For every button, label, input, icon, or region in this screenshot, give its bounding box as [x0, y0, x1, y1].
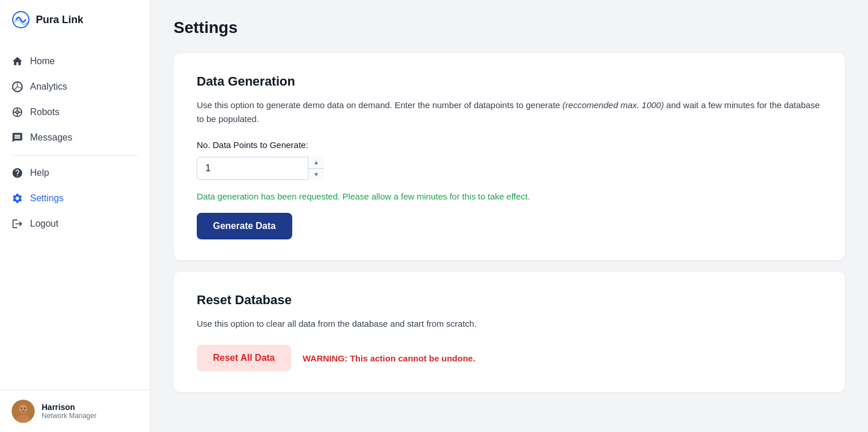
sidebar-item-settings-label: Settings: [30, 193, 64, 204]
sidebar-item-analytics-label: Analytics: [30, 82, 67, 92]
sidebar-item-logout[interactable]: Logout: [0, 211, 150, 237]
logout-icon: [12, 218, 23, 230]
sidebar-item-settings[interactable]: Settings: [0, 186, 150, 211]
sidebar-item-analytics[interactable]: Analytics: [0, 74, 150, 99]
logo-text: Pura Link: [36, 14, 83, 26]
svg-point-16: [24, 408, 25, 409]
page-title: Settings: [174, 19, 845, 37]
user-profile: Harrison Network Manager: [0, 390, 150, 432]
avatar-image: [12, 400, 35, 423]
robots-icon: [12, 106, 23, 118]
svg-point-15: [21, 408, 22, 409]
sidebar-item-help-label: Help: [30, 168, 49, 178]
data-points-input[interactable]: [197, 157, 324, 180]
sidebar-item-messages-label: Messages: [30, 132, 72, 143]
svg-point-5: [17, 112, 18, 113]
reset-database-card: Reset Database Use this option to clear …: [174, 272, 845, 392]
user-info: Harrison Network Manager: [42, 403, 97, 420]
reset-actions: Reset All Data WARNING: This action cann…: [197, 345, 822, 371]
settings-icon: [12, 193, 23, 204]
help-icon: [12, 167, 23, 179]
data-generation-card: Data Generation Use this option to gener…: [174, 53, 845, 260]
main-content: Settings Data Generation Use this option…: [150, 0, 868, 432]
sidebar-item-home[interactable]: Home: [0, 49, 150, 74]
success-message: Data generation has been requested. Plea…: [197, 191, 822, 201]
spinner-down-button[interactable]: ▼: [308, 169, 324, 180]
home-icon: [12, 56, 23, 67]
data-generation-description: Use this option to generate demo data on…: [197, 98, 822, 126]
sidebar-item-robots[interactable]: Robots: [0, 99, 150, 125]
generate-data-button[interactable]: Generate Data: [197, 213, 292, 239]
logo-icon: [12, 10, 30, 29]
analytics-icon: [12, 81, 23, 93]
sidebar-nav: Home Analytics: [0, 39, 150, 390]
messages-icon: [12, 132, 23, 143]
avatar: [12, 400, 35, 423]
sidebar-item-home-label: Home: [30, 56, 55, 67]
sidebar-item-robots-label: Robots: [30, 107, 60, 117]
reset-all-data-button[interactable]: Reset All Data: [197, 345, 291, 371]
logo: Pura Link: [0, 0, 150, 39]
data-points-input-wrapper: ▲ ▼: [197, 157, 324, 180]
sidebar-item-messages[interactable]: Messages: [0, 125, 150, 150]
reset-database-title: Reset Database: [197, 293, 822, 308]
data-points-label: No. Data Points to Generate:: [197, 140, 822, 150]
sidebar: Pura Link Home Analytics: [0, 0, 150, 432]
nav-divider: [12, 155, 138, 156]
reset-database-description: Use this option to clear all data from t…: [197, 317, 822, 331]
data-generation-title: Data Generation: [197, 74, 822, 89]
spinner-up-button[interactable]: ▲: [308, 157, 324, 169]
spinner-buttons: ▲ ▼: [308, 157, 324, 180]
user-name: Harrison: [42, 403, 97, 412]
sidebar-item-help[interactable]: Help: [0, 160, 150, 186]
sidebar-item-logout-label: Logout: [30, 219, 58, 229]
warning-text: WARNING: This action cannot be undone.: [303, 353, 475, 363]
user-role: Network Manager: [42, 412, 97, 420]
